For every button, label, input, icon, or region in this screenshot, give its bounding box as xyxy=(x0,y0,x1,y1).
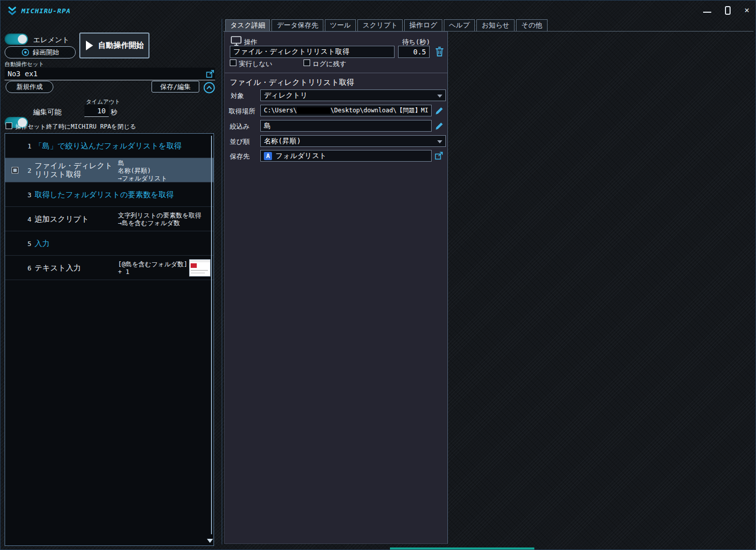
bottom-accent-bar xyxy=(390,547,534,550)
keep-log-label: ログに残す xyxy=(313,59,346,69)
auto-start-button[interactable]: 自動操作開始 xyxy=(79,33,149,58)
monitor-icon xyxy=(231,36,242,46)
timeout-unit: 秒 xyxy=(111,108,117,117)
location-prefix: C:\Users\ xyxy=(264,107,297,114)
step-number: 6 xyxy=(27,264,32,271)
step-number: 5 xyxy=(27,239,32,247)
new-set-button[interactable]: 新規作成 xyxy=(6,81,53,93)
location-label: 取得場所 xyxy=(229,107,255,116)
scroll-down-arrow[interactable] xyxy=(207,539,213,543)
section-divider xyxy=(225,73,447,73)
timeout-input[interactable] xyxy=(84,105,109,117)
target-select[interactable]: ディレクトリ xyxy=(260,89,446,101)
edit-filter-button[interactable] xyxy=(434,120,445,132)
trash-icon xyxy=(435,46,444,57)
task-detail-panel: 操作 待ち(秒) 実行しない ログに残す ファイル・ディレクトリリスト取得 対象… xyxy=(224,32,448,544)
tab-bar: タスク詳細 データ保存先 ツール スクリプト 操作ログ ヘルプ お知らせ その他 xyxy=(223,19,753,32)
step-title: 「島」で絞り込んだフォルダリストを取得 xyxy=(35,141,182,150)
tab-tools[interactable]: ツール xyxy=(325,19,356,31)
auto-start-label: 自動操作開始 xyxy=(98,41,144,50)
operation-name-input[interactable] xyxy=(230,46,395,58)
operation-set-name-input[interactable] xyxy=(5,68,215,80)
panel-divider xyxy=(222,19,222,544)
new-set-label: 新規作成 xyxy=(16,82,43,91)
step-detail: 文字列リストの要素数を取得 →島を含むフォルダ数 xyxy=(118,211,209,227)
tab-data-destination[interactable]: データ保存先 xyxy=(271,19,323,31)
open-set-external-icon[interactable] xyxy=(206,70,215,78)
filter-value: 島 xyxy=(264,121,271,130)
minimize-button[interactable] xyxy=(703,12,711,13)
element-toggle[interactable] xyxy=(5,34,28,45)
tab-others[interactable]: その他 xyxy=(516,19,547,31)
target-label: 対象 xyxy=(231,91,244,101)
save-edit-button[interactable]: 保存/編集 xyxy=(152,81,199,93)
step-number: 2 xyxy=(27,166,32,174)
step-detail: 島 名称(昇順) →フォルダリスト xyxy=(118,159,209,181)
step-row-6[interactable]: 6 テキスト入力 [@島を含むフォルダ数] + 1 xyxy=(5,256,214,280)
close-on-finish-label: 操作セット終了時にMICHIRU RPAを閉じる xyxy=(15,123,136,131)
collapse-panel-button[interactable] xyxy=(203,82,215,94)
target-value: ディレクトリ xyxy=(264,91,308,99)
restore-button[interactable] xyxy=(725,6,731,15)
chevron-down-icon xyxy=(437,95,442,98)
tab-task-detail[interactable]: タスク詳細 xyxy=(225,19,270,31)
step-number: 1 xyxy=(27,142,32,149)
step-title: 追加スクリプト xyxy=(35,215,89,223)
step-title: 入力 xyxy=(35,239,50,248)
step-row-3[interactable]: 3 取得したフォルダリストの要素数を取得 xyxy=(5,182,214,207)
location-field[interactable]: C:\Users\\Desktop\download\【問題】MI xyxy=(260,105,432,116)
element-toggle-label: エレメント xyxy=(33,36,70,45)
step-row-2[interactable]: 2 ファイル・ディレクトリリスト取得 島 名称(昇順) →フォルダリスト xyxy=(5,158,214,182)
filter-field[interactable]: 島 xyxy=(260,120,432,132)
step-number: 4 xyxy=(27,215,32,223)
app-title: MICHIRU-RPA xyxy=(21,7,71,15)
play-icon xyxy=(85,40,94,51)
edit-location-button[interactable] xyxy=(434,105,445,116)
variable-type-badge: A xyxy=(264,152,272,160)
section-title: ファイル・ディレクトリリスト取得 xyxy=(230,78,354,87)
wait-seconds-input[interactable] xyxy=(398,46,430,58)
tab-script[interactable]: スクリプト xyxy=(357,19,403,31)
operation-set-label: 自動操作セット xyxy=(5,60,44,68)
chevron-down-icon xyxy=(437,140,442,143)
editable-toggle-label: 編集可能 xyxy=(33,108,62,117)
step-row-1[interactable]: 1 「島」で絞り込んだフォルダリストを取得 xyxy=(5,134,214,158)
step-checkbox[interactable] xyxy=(12,167,18,173)
tab-help[interactable]: ヘルプ xyxy=(444,19,475,31)
app-window: MICHIRU-RPA ✕ エレメント 録画開始 自動操作開始 自動操作セット xyxy=(0,0,756,550)
open-destination-external-icon[interactable] xyxy=(435,151,443,160)
record-icon xyxy=(21,48,29,56)
sort-label: 並び順 xyxy=(230,137,250,146)
destination-value: フォルダリスト xyxy=(276,151,326,161)
tab-operation-log[interactable]: 操作ログ xyxy=(404,19,442,31)
app-logo: MICHIRU-RPA xyxy=(7,5,71,16)
skip-execution-label: 実行しない xyxy=(239,59,273,69)
pencil-icon xyxy=(435,106,444,115)
step-number: 3 xyxy=(27,191,32,198)
skip-execution-checkbox[interactable] xyxy=(230,59,236,66)
tab-news[interactable]: お知らせ xyxy=(476,19,515,31)
record-start-button[interactable]: 録画開始 xyxy=(5,46,76,58)
redacted-username xyxy=(297,107,330,114)
step-thumbnail xyxy=(189,259,210,277)
sort-value: 名称(昇順) xyxy=(264,137,301,145)
destination-label: 保存先 xyxy=(230,152,250,161)
step-row-4[interactable]: 4 追加スクリプト 文字列リストの要素数を取得 →島を含むフォルダ数 xyxy=(5,207,214,231)
step-row-5[interactable]: 5 入力 xyxy=(5,231,214,256)
logo-icon xyxy=(7,5,18,16)
step-title: ファイル・ディレクトリリスト取得 xyxy=(35,162,117,179)
list-scrollbar[interactable] xyxy=(211,136,212,534)
destination-field[interactable]: A フォルダリスト xyxy=(260,150,432,162)
sort-select[interactable]: 名称(昇順) xyxy=(260,135,446,147)
title-bar[interactable]: MICHIRU-RPA ✕ xyxy=(1,1,755,20)
step-list: 1 「島」で絞り込んだフォルダリストを取得 2 ファイル・ディレクトリリスト取得… xyxy=(5,133,214,546)
close-on-finish-checkbox[interactable] xyxy=(6,123,12,129)
step-title: 取得したフォルダリストの要素数を取得 xyxy=(35,190,174,199)
location-suffix: \Desktop\download\【問題】MI xyxy=(330,107,429,114)
delete-step-button[interactable] xyxy=(434,46,445,57)
close-button[interactable]: ✕ xyxy=(744,5,749,16)
save-edit-label: 保存/編集 xyxy=(160,82,191,91)
keep-log-checkbox[interactable] xyxy=(304,59,310,66)
pencil-icon xyxy=(435,121,444,131)
filter-label: 絞込み xyxy=(230,122,250,131)
